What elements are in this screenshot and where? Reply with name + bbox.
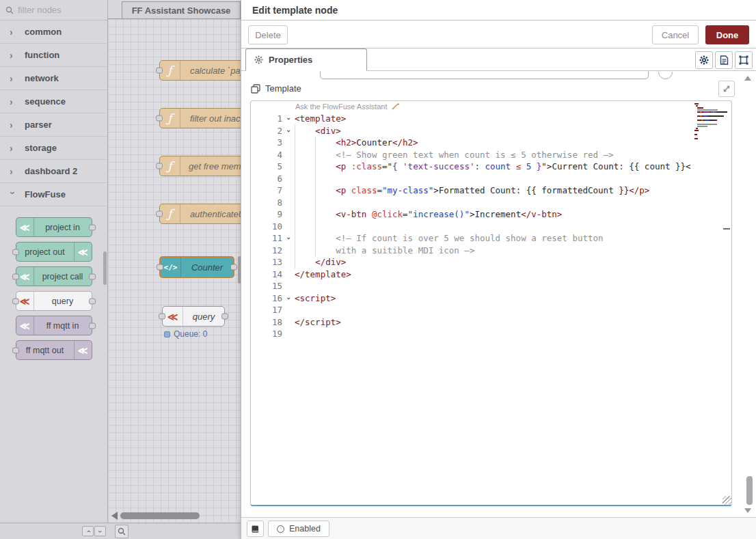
fold-gutter xyxy=(282,173,295,185)
delete-button[interactable]: Delete xyxy=(248,25,288,44)
code-line-7[interactable]: 7 <p class="my-class">Formatted Count: {… xyxy=(251,184,731,197)
code-line-5[interactable]: 5 <p :class="{ 'text-success': count ≤ 5… xyxy=(251,161,731,173)
selection-frame-icon xyxy=(739,55,748,65)
code-line-18[interactable]: 18</script> xyxy=(251,316,731,329)
chevron-down-icon: › xyxy=(8,191,18,198)
fold-chevron-icon[interactable]: › xyxy=(282,113,295,125)
output-port[interactable] xyxy=(230,264,237,271)
scrolled-circle-control[interactable] xyxy=(658,72,673,79)
input-port[interactable] xyxy=(156,68,163,74)
fold-chevron-icon[interactable]: › xyxy=(282,292,295,305)
palette-category-common[interactable]: ›common xyxy=(0,20,107,44)
category-label: network xyxy=(25,73,59,83)
input-port[interactable] xyxy=(159,314,165,320)
code-lines[interactable]: 1›<template>2› <div>3 <h2>Counter</h2>4 … xyxy=(251,113,731,340)
fold-chevron-icon[interactable]: › xyxy=(282,232,295,245)
fold-gutter xyxy=(282,137,295,149)
description-button[interactable] xyxy=(715,51,733,69)
tab-properties[interactable]: Properties xyxy=(245,49,367,71)
code-editor[interactable]: Ask the FlowFuse Assistant 1›<template>2… xyxy=(250,100,732,506)
fold-gutter xyxy=(282,161,295,173)
palette-category-sequence[interactable]: ›sequence xyxy=(0,90,107,113)
workspace-tab[interactable]: FF Assistant Showcase xyxy=(122,1,241,19)
palette-node-project-out[interactable]: project out≪ xyxy=(16,242,92,262)
left-port[interactable] xyxy=(12,298,19,304)
code-line-14[interactable]: 14</template> xyxy=(251,268,731,281)
fold-chevron-icon[interactable]: › xyxy=(282,125,295,137)
code-line-3[interactable]: 3 <h2>Counter</h2> xyxy=(251,137,731,149)
fold-gutter xyxy=(282,149,295,161)
scroll-up-arrow[interactable] xyxy=(744,76,751,81)
input-port[interactable] xyxy=(157,264,163,271)
left-port[interactable] xyxy=(12,273,19,279)
palette-category-function[interactable]: ›function xyxy=(0,44,107,67)
node-settings-button[interactable] xyxy=(695,51,713,69)
code-line-19[interactable]: 19 xyxy=(251,328,731,340)
editor-resize-grip[interactable] xyxy=(723,496,731,505)
palette-category-storage[interactable]: ›storage xyxy=(0,137,107,160)
code-line-11[interactable]: 11› <!— If count is over 5 we should sho… xyxy=(251,232,731,245)
scroll-left-arrow-icon[interactable] xyxy=(111,512,118,520)
scrolled-input-field[interactable] xyxy=(320,72,649,79)
right-port[interactable] xyxy=(89,273,96,279)
overview-ruler-mark xyxy=(723,228,730,230)
palette-node-ff-mqtt-in[interactable]: ≪ff mqtt in xyxy=(16,316,92,335)
filter-nodes-input[interactable] xyxy=(18,5,93,15)
code-line-12[interactable]: 12 with a suitible MDI icon —> xyxy=(251,245,731,257)
code-line-9[interactable]: 9 <v-btn @click="increase()">Increment</… xyxy=(251,208,731,221)
code-line-1[interactable]: 1›<template> xyxy=(251,113,731,125)
navigator-toggle-button[interactable] xyxy=(115,525,129,538)
code-text: <template> xyxy=(295,113,731,125)
palette-category-dashboard-2[interactable]: ›dashboard 2 xyxy=(0,160,107,183)
enabled-toggle-button[interactable]: Enabled xyxy=(268,521,329,537)
flow-node-query[interactable]: ≪query xyxy=(162,306,225,327)
code-line-2[interactable]: 2› <div> xyxy=(251,125,731,137)
palette-node-project-call[interactable]: ≪project call xyxy=(16,266,92,286)
left-port[interactable] xyxy=(12,347,19,353)
scrollbar-thumb[interactable] xyxy=(120,512,200,519)
palette-category-FlowFuse[interactable]: ›FlowFuse xyxy=(0,183,107,206)
editor-minimap[interactable] xyxy=(694,103,727,142)
input-port[interactable] xyxy=(156,211,163,217)
left-port[interactable] xyxy=(12,249,19,255)
scroll-down-arrow[interactable] xyxy=(744,508,751,513)
code-line-16[interactable]: 16›<script> xyxy=(251,292,731,305)
palette-category-network[interactable]: ›network xyxy=(0,67,107,90)
code-line-4[interactable]: 4 <!— Show green text when count is ≤ 5 … xyxy=(251,149,731,161)
right-port[interactable] xyxy=(89,224,96,230)
code-line-13[interactable]: 13 </div> xyxy=(251,256,731,268)
code-line-10[interactable]: 10 xyxy=(251,221,731,233)
expand-categories-button[interactable]: › xyxy=(94,526,106,536)
flowfuse-assistant-hint[interactable]: Ask the FlowFuse Assistant xyxy=(295,102,400,111)
right-port[interactable] xyxy=(89,322,96,329)
palette-scrollbar[interactable] xyxy=(103,251,107,285)
code-line-15[interactable]: 15 xyxy=(251,280,731,292)
function-icon: ƒ xyxy=(167,207,172,221)
expand-editor-button[interactable] xyxy=(718,81,735,97)
docs-button[interactable] xyxy=(247,521,264,537)
appearance-button[interactable] xyxy=(735,51,753,69)
palette-node-ff-mqtt-out[interactable]: ff mqtt out≪ xyxy=(16,340,92,360)
right-port[interactable] xyxy=(89,298,96,304)
palette-node-query[interactable]: ≪query xyxy=(16,291,92,311)
cancel-button[interactable]: Cancel xyxy=(652,25,699,44)
code-line-17[interactable]: 17 xyxy=(251,304,731,316)
line-number: 11 xyxy=(251,232,282,245)
line-number: 19 xyxy=(251,328,282,340)
line-number: 12 xyxy=(251,245,282,257)
form-scrollbar-thumb[interactable] xyxy=(746,476,753,505)
input-port[interactable] xyxy=(156,115,163,122)
input-port[interactable] xyxy=(156,163,163,169)
canvas-horizontal-scrollbar[interactable] xyxy=(111,512,200,520)
fold-gutter xyxy=(282,316,295,329)
done-button[interactable]: Done xyxy=(705,25,749,44)
output-port[interactable] xyxy=(221,314,228,320)
palette-node-project-in[interactable]: ≪project in xyxy=(16,217,92,237)
palette-node-label: project call xyxy=(34,272,92,281)
palette-category-parser[interactable]: ›parser xyxy=(0,113,107,137)
code-line-8[interactable]: 8 xyxy=(251,197,731,209)
collapse-categories-button[interactable]: › xyxy=(82,526,94,536)
flow-node-Counter[interactable]: </>Counter xyxy=(159,256,234,278)
magnifier-icon xyxy=(118,527,126,536)
code-line-6[interactable]: 6 xyxy=(251,173,731,185)
